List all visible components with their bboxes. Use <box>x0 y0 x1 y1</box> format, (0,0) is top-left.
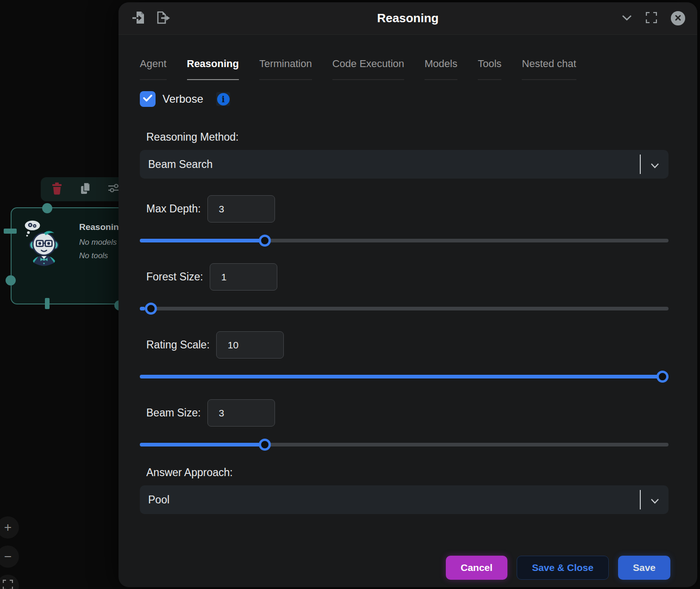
answer-approach-value: Pool <box>148 494 169 506</box>
max-depth-row: Max Depth: <box>140 195 669 223</box>
slider-fill <box>140 307 145 310</box>
slider-fill <box>140 375 669 378</box>
modal-body: Agent Reasoning Termination Code Executi… <box>119 35 697 587</box>
forest-size-label: Forest Size: <box>146 271 203 283</box>
import-button[interactable] <box>132 11 145 26</box>
beam-size-slider[interactable] <box>140 439 669 451</box>
select-divider <box>640 155 641 174</box>
tab-reasoning[interactable]: Reasoning <box>187 58 239 80</box>
tab-nested-chat[interactable]: Nested chat <box>522 58 576 80</box>
copy-icon <box>80 182 92 197</box>
slider-track <box>140 307 669 310</box>
fullscreen-icon <box>646 12 657 25</box>
max-depth-slider[interactable] <box>140 235 669 247</box>
chevron-down-icon <box>622 14 632 23</box>
verbose-label: Verbose <box>162 93 203 105</box>
close-button[interactable] <box>671 11 685 25</box>
tab-termination[interactable]: Termination <box>259 58 312 80</box>
fit-view-button[interactable] <box>0 575 19 589</box>
modal-footer: Cancel Save & Close Save <box>446 556 670 580</box>
node-handle-top[interactable] <box>42 203 52 213</box>
reasoning-method-label: Reasoning Method: <box>146 131 669 143</box>
reasoning-modal: Reasoning <box>119 2 697 587</box>
zoom-out-button[interactable]: − <box>0 546 19 568</box>
modal-title: Reasoning <box>377 11 439 25</box>
reasoning-method-select[interactable]: Beam Search <box>140 150 669 179</box>
node-handle-left[interactable] <box>4 229 17 234</box>
save-and-close-button[interactable]: Save & Close <box>517 556 609 580</box>
chevron-down-icon <box>650 162 659 170</box>
verbose-info-button[interactable]: i <box>216 92 230 106</box>
trash-icon <box>51 182 63 197</box>
node-handle-bottom[interactable] <box>45 298 50 309</box>
answer-approach-select[interactable]: Pool <box>140 485 669 514</box>
slider-thumb[interactable] <box>259 439 271 451</box>
forest-size-row: Forest Size: <box>140 263 669 291</box>
delete-node-button[interactable] <box>51 183 63 196</box>
rating-scale-label: Rating Scale: <box>146 339 210 351</box>
modal-header: Reasoning <box>119 2 697 35</box>
slider-fill <box>140 239 262 242</box>
node-toolbar <box>41 177 129 201</box>
slider-thumb[interactable] <box>259 235 271 247</box>
verbose-row: Verbose i <box>140 91 669 107</box>
reasoning-agent-node[interactable]: Reasonin No models No tools <box>11 207 125 304</box>
rating-scale-slider[interactable] <box>140 371 669 383</box>
slider-fill <box>140 443 262 446</box>
reasoning-method-value: Beam Search <box>148 158 212 171</box>
forest-size-slider[interactable] <box>140 303 669 315</box>
cancel-button[interactable]: Cancel <box>446 556 507 580</box>
tab-bar: Agent Reasoning Termination Code Executi… <box>140 35 669 80</box>
export-button[interactable] <box>157 11 170 26</box>
beam-size-row: Beam Size: <box>140 399 669 427</box>
save-button[interactable]: Save <box>618 556 670 580</box>
select-divider <box>640 490 641 509</box>
close-icon <box>675 14 681 23</box>
rating-scale-input[interactable] <box>216 331 284 359</box>
beam-size-input[interactable] <box>207 399 275 427</box>
collapse-button[interactable] <box>622 14 632 23</box>
tab-tools[interactable]: Tools <box>478 58 501 80</box>
chevron-down-icon <box>650 497 659 506</box>
beam-size-label: Beam Size: <box>146 407 201 419</box>
tab-models[interactable]: Models <box>425 58 457 80</box>
answer-approach-label: Answer Approach: <box>146 466 669 479</box>
copy-node-button[interactable] <box>80 183 92 196</box>
rating-scale-row: Rating Scale: <box>140 331 669 359</box>
slider-thumb[interactable] <box>145 303 157 315</box>
max-depth-input[interactable] <box>207 195 275 223</box>
info-icon: i <box>217 93 230 105</box>
verbose-checkbox[interactable] <box>140 91 156 107</box>
forest-size-input[interactable] <box>210 263 277 291</box>
fullscreen-button[interactable] <box>646 12 657 25</box>
agent-avatar <box>22 219 66 273</box>
fit-view-icon <box>3 578 13 589</box>
slider-thumb[interactable] <box>656 371 669 383</box>
checkmark-icon <box>143 94 152 104</box>
export-file-icon <box>157 11 170 26</box>
zoom-in-button[interactable]: + <box>0 516 19 539</box>
node-handle-left-bottom[interactable] <box>6 275 16 285</box>
max-depth-label: Max Depth: <box>146 203 201 215</box>
tab-code-execution[interactable]: Code Execution <box>332 58 404 80</box>
tab-agent[interactable]: Agent <box>140 58 167 80</box>
import-file-icon <box>132 11 145 26</box>
